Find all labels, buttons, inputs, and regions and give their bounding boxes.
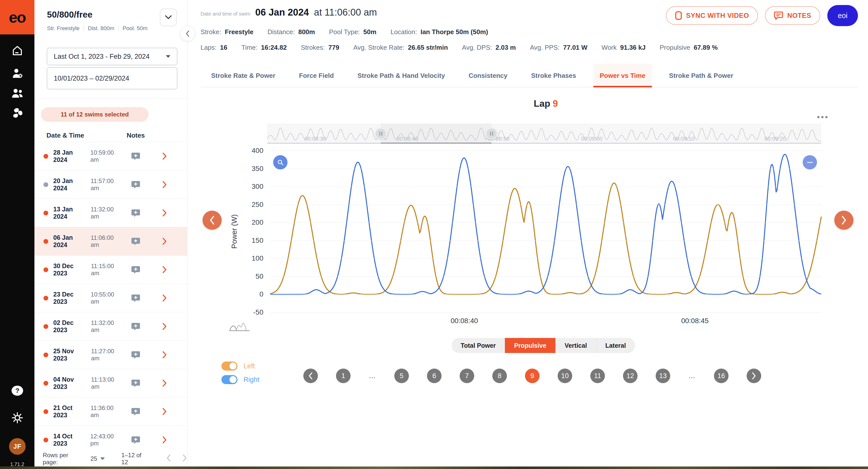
eo-logo: eo [0,0,34,34]
meta-label: Work [601,44,617,52]
open-swim-button[interactable] [150,436,180,444]
sidebar-item-team[interactable] [0,86,34,100]
collapse-panel-button[interactable] [180,26,195,41]
open-swim-button[interactable] [150,323,180,330]
add-note-button[interactable] [122,266,150,274]
add-note-button[interactable] [122,379,150,388]
eoi-button[interactable]: eoi [827,5,858,26]
toggle-right[interactable]: Right [221,375,259,384]
metric-propulsive[interactable]: Propulsive [505,338,555,353]
meta-item: Location:Ian Thorpe 50m (50m) [391,28,488,36]
rows-per-page-select[interactable]: 25 [90,455,105,462]
tab-force-field[interactable]: Force Field [292,64,341,88]
timeline-scrubber[interactable]: 00:08:3000:08:4000:08:5000:09:0000:09:10… [267,124,821,144]
add-note-icon [131,152,140,161]
swim-row[interactable]: 28 Jan 202410:59:00 am [34,142,187,170]
add-note-button[interactable] [122,294,150,302]
toggle-left[interactable]: Left [221,361,259,371]
scrubber-handle-left[interactable] [375,128,386,139]
user-avatar[interactable]: JF [9,438,26,455]
swim-date: 21 Oct 2023 [53,404,87,419]
right-switch[interactable] [221,375,238,384]
sidebar-item-settings[interactable] [0,410,34,425]
swim-row[interactable]: 06 Jan 202411:06:00 am [34,227,187,255]
swim-row[interactable]: 13 Jan 202411:32:00 am [34,199,187,227]
swim-row[interactable]: 30 Dec 202311:15:00 am [34,255,187,284]
add-note-button[interactable] [122,351,150,359]
switch-knob [229,363,237,370]
open-swim-button[interactable] [150,379,180,387]
open-swim-button[interactable] [150,181,180,188]
page-button-11[interactable]: 11 [590,369,605,383]
metric-vertical[interactable]: Vertical [555,338,596,353]
metric-total-power[interactable]: Total Power [452,338,505,353]
hand-toggles: LeftRight [221,361,259,388]
page-button-10[interactable]: 10 [558,369,572,383]
add-note-button[interactable] [122,180,150,189]
add-note-button[interactable] [122,209,150,217]
chart-options-menu-icon[interactable] [817,116,828,118]
date-range-input[interactable]: 10/01/2023 – 02/29/2024 [47,67,178,89]
team-icon [11,87,24,99]
previous-lap-button[interactable] [203,211,222,230]
swim-date: 20 Jan 2024 [53,177,87,192]
page-button-6[interactable]: 6 [427,369,441,383]
sync-with-video-button[interactable]: SYNC WITH VIDEO [666,6,758,25]
pagination-prev-button[interactable] [303,369,318,383]
add-note-button[interactable] [122,323,150,331]
page-button-7[interactable]: 7 [460,369,474,383]
left-switch[interactable] [221,362,238,371]
swim-row[interactable]: 14 Oct 202312:43:00 pm [34,426,187,451]
next-lap-button[interactable] [834,211,854,230]
metric-lateral[interactable]: Lateral [596,338,635,353]
tab-stroke-path-power[interactable]: Stroke Path & Power [662,64,740,88]
page-button-13[interactable]: 13 [656,369,670,383]
swim-row[interactable]: 23 Dec 202310:55:00 am [34,284,187,312]
tab-stroke-path-hand-velocity[interactable]: Stroke Path & Hand Velocity [351,64,451,88]
date-range-select[interactable]: Last Oct 1, 2023 - Feb 29, 2024 [47,48,178,65]
tab-consistency[interactable]: Consistency [462,64,514,88]
open-swim-button[interactable] [150,351,180,359]
tab-power-vs-time[interactable]: Power vs Time [593,64,652,88]
sidebar-item-swim-analysis[interactable] [0,105,34,121]
group-expand-button[interactable] [160,8,177,26]
page-button-5[interactable]: 5 [394,369,409,383]
tab-stroke-phases[interactable]: Stroke Phases [524,64,583,88]
open-swim-button[interactable] [150,153,180,160]
open-swim-button[interactable] [150,294,180,302]
list-next-page-button[interactable] [182,454,187,463]
add-note-button[interactable] [122,436,150,444]
sidebar-item-home[interactable] [0,43,34,58]
swim-row[interactable]: 21 Oct 202311:36:00 am [34,397,187,426]
swim-row[interactable]: 04 Nov 202311:13:00 am [34,369,187,397]
scrubber-handle-right[interactable] [486,128,497,139]
swim-date-time: 30 Dec 202311:15:00 am [43,262,122,277]
page-button-16[interactable]: 16 [714,369,728,383]
add-note-button[interactable] [122,152,150,161]
swim-row[interactable]: 20 Jan 202411:57:00 am [34,170,187,199]
swim-row[interactable]: 02 Dec 202311:32:00 am [34,312,187,340]
minimap-toggle-icon[interactable] [229,321,250,332]
sidebar-item-help[interactable]: ? [0,383,34,398]
zoom-out-button[interactable] [803,155,817,169]
sidebar-item-athlete-settings[interactable] [0,66,34,81]
open-swim-button[interactable] [150,408,180,415]
page-button-12[interactable]: 12 [623,369,638,383]
page-button-1[interactable]: 1 [336,369,350,383]
swim-row[interactable]: 25 Nov 202311:27:00 am [34,340,187,369]
page-button-8[interactable]: 8 [492,369,507,383]
notes-button[interactable]: NOTES [765,6,820,25]
page-button-9[interactable]: 9 [525,369,539,383]
open-swim-button[interactable] [150,266,180,273]
open-swim-button[interactable] [150,237,180,245]
tab-stroke-rate-power[interactable]: Stroke Rate & Power [205,64,282,88]
group-subtitle-part: Pool. 50m [118,25,152,32]
zoom-in-button[interactable] [273,155,287,169]
swim-date: 25 Nov 2023 [53,347,87,362]
list-prev-page-button[interactable] [166,454,171,463]
add-note-button[interactable] [122,407,150,416]
open-swim-button[interactable] [150,209,180,217]
add-note-button[interactable] [122,237,150,245]
gridline [270,240,822,241]
pagination-next-button[interactable] [747,369,761,383]
